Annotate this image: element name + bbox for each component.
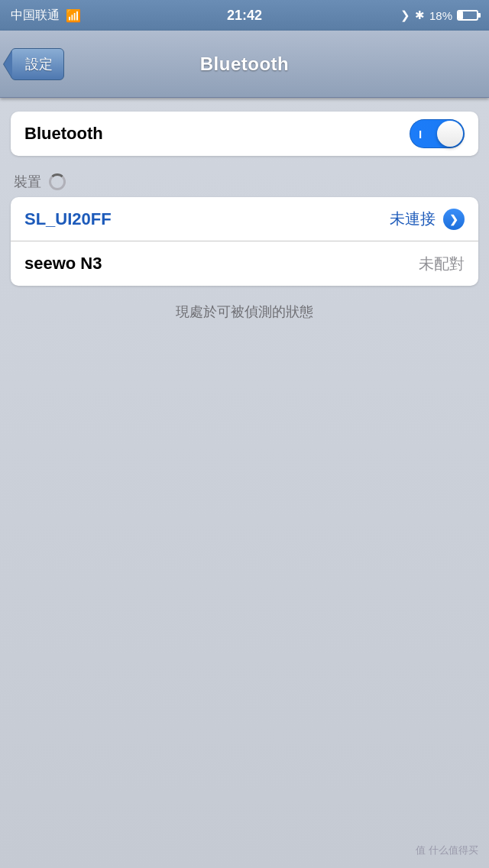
content-area: Bluetooth I 裝置 SL_UI20FF 未連接 ❯ seewo N3 … [0,98,489,868]
device-row-2-right: 未配對 [419,254,465,274]
back-button[interactable]: 設定 [11,48,64,80]
wifi-icon: 📶 [66,8,81,23]
bluetooth-icon: ✱ [415,8,425,22]
back-btn-wrapper: 設定 [11,48,64,80]
status-right: ❯ ✱ 18% [400,8,478,22]
loading-spinner [49,173,66,190]
device-row-2[interactable]: seewo N3 未配對 [11,241,478,286]
devices-group: SL_UI20FF 未連接 ❯ seewo N3 未配對 [11,197,478,286]
discoverable-text: 現處於可被偵測的狀態 [0,303,489,321]
status-bar: 中国联通 📶 21:42 ❯ ✱ 18% [0,0,489,31]
watermark: 值 什么值得买 [416,844,478,857]
gps-icon: ❯ [400,8,410,22]
bluetooth-row: Bluetooth I [11,112,478,156]
nav-bar: 設定 Bluetooth [0,31,489,98]
bluetooth-toggle[interactable]: I [410,119,465,148]
device-status-1: 未連接 [390,209,436,229]
devices-section-header: 裝置 [0,173,489,191]
status-time: 21:42 [227,8,262,24]
toggle-thumb [437,121,463,147]
detail-arrow-1[interactable]: ❯ [443,209,465,230]
nav-title: Bluetooth [200,53,289,75]
devices-label: 裝置 [14,173,41,191]
bluetooth-toggle-group: Bluetooth I [11,112,478,156]
device-row-1-right: 未連接 ❯ [390,209,465,230]
carrier-label: 中国联通 [11,8,60,24]
bluetooth-label: Bluetooth [24,124,103,144]
device-status-2: 未配對 [419,254,465,274]
status-left: 中国联通 📶 [11,8,81,24]
battery-percent: 18% [429,9,452,22]
device-name-2: seewo N3 [24,254,102,274]
device-name-1: SL_UI20FF [24,209,112,229]
toggle-inner-label: I [419,128,422,141]
device-row-1[interactable]: SL_UI20FF 未連接 ❯ [11,197,478,241]
battery-icon [457,10,478,21]
